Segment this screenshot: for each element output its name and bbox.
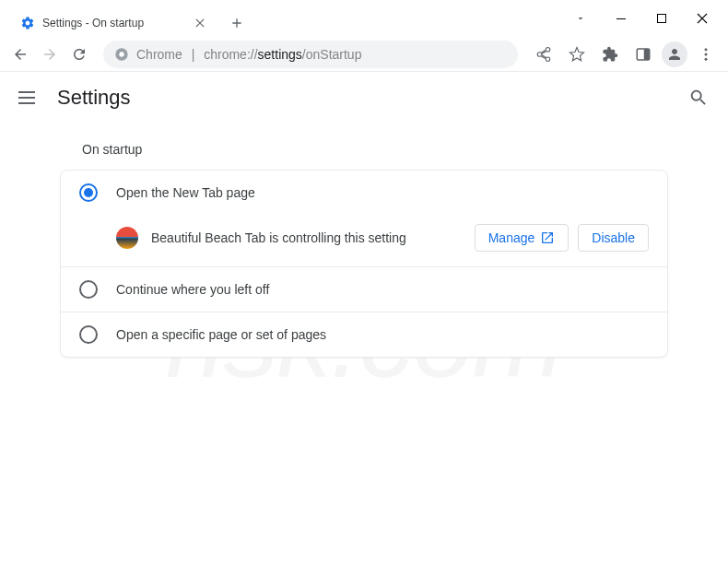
search-button[interactable] — [687, 87, 710, 109]
tab-close-button[interactable] — [193, 16, 207, 30]
manage-extension-button[interactable]: Manage — [475, 224, 569, 252]
page-title: Settings — [57, 86, 131, 110]
bookmark-button[interactable] — [562, 40, 592, 69]
svg-rect-0 — [616, 18, 626, 19]
browser-tab[interactable]: Settings - On startup — [9, 7, 217, 39]
address-bar[interactable]: Chrome | chrome://settings/onStartup — [103, 41, 518, 68]
disable-extension-button[interactable]: Disable — [578, 224, 649, 252]
chrome-icon — [114, 47, 129, 62]
option-continue[interactable]: Continue where you left off — [61, 267, 667, 312]
tab-title: Settings - On startup — [42, 17, 185, 29]
new-tab-button[interactable] — [224, 10, 250, 36]
radio-selected-icon — [79, 183, 98, 202]
window-minimize-button[interactable] — [601, 6, 641, 31]
radio-unselected-icon — [79, 325, 98, 344]
profile-avatar-button[interactable] — [662, 41, 687, 67]
section-heading: On startup — [78, 142, 668, 170]
share-button[interactable] — [529, 40, 558, 69]
forward-button[interactable] — [37, 41, 63, 67]
omnibox-text: Chrome | chrome://settings/onStartup — [136, 47, 507, 62]
menu-button[interactable] — [691, 40, 721, 69]
radio-label: Continue where you left off — [116, 282, 269, 297]
startup-options-card: Open the New Tab page Beautiful Beach Ta… — [60, 170, 668, 358]
back-button[interactable] — [7, 41, 33, 67]
radio-unselected-icon — [79, 280, 98, 299]
settings-gear-icon — [20, 16, 35, 30]
option-open-new-tab[interactable]: Open the New Tab page — [61, 171, 667, 215]
reload-button[interactable] — [66, 41, 92, 67]
sidepanel-button[interactable] — [628, 40, 658, 69]
radio-label: Open the New Tab page — [116, 185, 255, 200]
svg-rect-5 — [644, 49, 650, 60]
svg-point-7 — [705, 53, 708, 55]
extension-notice-text: Beautiful Beach Tab is controlling this … — [151, 230, 462, 245]
option-specific-page[interactable]: Open a specific page or set of pages — [61, 312, 667, 357]
hamburger-menu-button[interactable] — [18, 87, 41, 109]
svg-point-8 — [705, 57, 708, 60]
extension-app-icon — [116, 227, 138, 249]
window-close-button[interactable] — [682, 6, 722, 31]
svg-point-3 — [119, 52, 123, 56]
extensions-button[interactable] — [595, 40, 625, 69]
window-dropdown-button[interactable] — [560, 6, 601, 31]
external-link-icon — [540, 230, 555, 245]
radio-label: Open a specific page or set of pages — [116, 327, 326, 342]
svg-point-6 — [705, 48, 708, 51]
window-maximize-button[interactable] — [641, 6, 682, 31]
svg-rect-1 — [658, 15, 666, 23]
extension-notice: Beautiful Beach Tab is controlling this … — [61, 215, 667, 266]
